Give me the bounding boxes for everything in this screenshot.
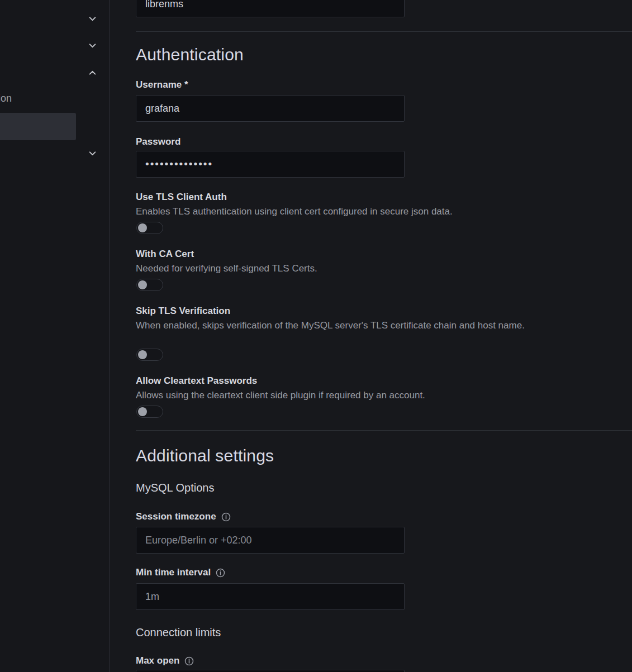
authentication-heading: Authentication [136,45,244,64]
password-input[interactable] [136,151,405,178]
tls-client-auth-label: Use TLS Client Auth [136,192,227,203]
section-divider [136,31,632,32]
info-icon[interactable] [221,512,231,522]
min-time-interval-label-row: Min time interval [136,567,225,578]
database-input[interactable] [136,0,405,17]
max-open-input[interactable] [136,670,405,672]
mysql-options-heading: MySQL Options [136,481,214,494]
sidebar-item-active[interactable] [0,113,76,140]
session-timezone-label: Session timezone [136,511,216,522]
toggle-knob [138,280,147,289]
max-open-label: Max open [136,655,179,666]
chevron-down-icon[interactable] [88,14,97,23]
nav-sidebar: ion [0,0,110,672]
chevron-down-icon[interactable] [88,41,97,50]
chevron-up-icon[interactable] [88,68,97,78]
allow-cleartext-passwords-toggle[interactable] [136,406,163,418]
username-label: Username * [136,79,188,90]
skip-tls-verification-label: Skip TLS Verification [136,306,230,317]
username-input[interactable] [136,95,405,122]
password-label: Password [136,136,180,147]
session-timezone-input[interactable] [136,527,405,554]
with-ca-cert-description: Needed for verifying self-signed TLS Cer… [136,263,317,275]
datasource-config-main: Authentication Username * Password Use T… [110,0,632,672]
allow-cleartext-passwords-description: Allows using the cleartext client side p… [136,389,425,402]
max-open-label-row: Max open [136,655,194,666]
additional-settings-heading: Additional settings [136,446,274,465]
session-timezone-label-row: Session timezone [136,511,231,522]
skip-tls-verification-description: When enabled, skips verification of the … [136,320,525,332]
info-icon[interactable] [216,568,225,578]
section-divider [136,430,632,431]
min-time-interval-input[interactable] [136,583,405,610]
with-ca-cert-toggle[interactable] [136,279,163,291]
toggle-knob [138,350,147,359]
info-icon[interactable] [184,656,194,666]
connection-limits-heading: Connection limits [136,626,221,639]
sidebar-item-label-truncated[interactable]: ion [0,93,12,104]
mysql-datasource-settings-page: { "colors": { "page_background": "#17181… [0,0,632,672]
chevron-down-icon[interactable] [88,149,97,158]
min-time-interval-label: Min time interval [136,567,211,578]
with-ca-cert-label: With CA Cert [136,249,194,260]
skip-tls-verification-toggle[interactable] [136,349,163,361]
tls-client-auth-description: Enables TLS authentication using client … [136,206,453,218]
tls-client-auth-toggle[interactable] [136,222,163,234]
allow-cleartext-passwords-label: Allow Cleartext Passwords [136,375,257,387]
toggle-knob [138,407,147,416]
toggle-knob [138,223,147,232]
